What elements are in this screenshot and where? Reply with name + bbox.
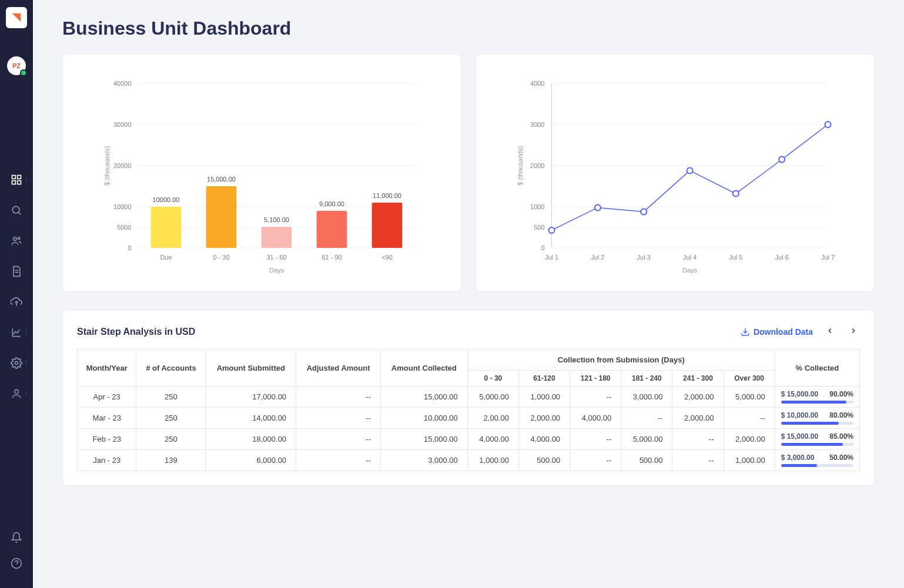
svg-text:$ (thousands): $ (thousands) [517,146,524,185]
svg-rect-0 [12,176,16,179]
table-row: Feb - 2325018,000.00--15,000.004,000.004… [78,429,860,450]
cell-bucket: 1,000.00 [518,387,570,408]
svg-text:$ (thousands): $ (thousands) [103,146,111,185]
svg-rect-1 [18,176,21,179]
cell-bucket: -- [570,429,621,450]
col-accounts: # of Accounts [136,350,206,387]
status-dot [20,69,27,76]
cell-month: Mar - 23 [78,408,136,429]
cell-bucket: 1,000.00 [467,450,518,471]
svg-text:61 - 90: 61 - 90 [322,254,341,261]
svg-rect-41 [372,203,403,248]
svg-text:0: 0 [541,244,544,251]
svg-text:Jul 3: Jul 3 [637,254,651,261]
svg-text:11,000.00: 11,000.00 [373,192,401,199]
stair-step-card: Stair Step Analysis in USD Download Data… [62,310,875,486]
download-button[interactable]: Download Data [741,327,813,337]
page-title: Business Unit Dashboard [62,18,875,39]
cell-bucket: -- [570,450,621,471]
cell-bucket: 5,000.00 [621,429,672,450]
svg-text:2000: 2000 [530,162,544,169]
next-button[interactable] [847,324,860,340]
col-collected: Amount Collected [381,350,468,387]
nav-analytics[interactable]: ⋮ [0,320,33,345]
svg-rect-29 [151,207,182,248]
svg-text:5,100.00: 5,100.00 [264,216,289,223]
bar-chart-card: 050001000020000300004000010000.00Due15,0… [62,53,461,292]
cell-adjusted: -- [296,450,381,471]
svg-text:10000: 10000 [113,203,132,210]
avatar[interactable]: PZ [7,56,26,75]
nav-upload[interactable] [0,289,33,315]
download-icon [741,327,750,337]
cell-pct: $ 15,000.0085.00% [775,429,859,450]
line-chart-card: 05001000200030004000Jul 1Jul 2Jul 3Jul 4… [476,53,875,292]
svg-text:9,000.00: 9,000.00 [319,200,344,207]
cell-bucket: 4,000.00 [570,408,621,429]
svg-text:0: 0 [128,244,131,251]
col-pct: % Collected [775,350,859,387]
svg-text:Jul 2: Jul 2 [591,254,604,261]
more-dots-icon: ⋮ [24,362,29,364]
nav-dashboard[interactable]: ⋮ [0,167,33,193]
svg-text:15,000.00: 15,000.00 [207,176,236,183]
cell-pct: $ 10,000.0080.00% [775,408,859,429]
cell-bucket: 500.00 [621,450,672,471]
svg-rect-35 [262,227,292,248]
bucket-header: 241 - 300 [672,371,724,387]
nav-help[interactable] [0,550,33,576]
svg-text:0 - 30: 0 - 30 [213,254,229,261]
cell-month: Jan - 23 [78,450,136,471]
cell-month: Feb - 23 [78,429,136,450]
cell-bucket: 2,000.00 [518,408,570,429]
app-logo[interactable] [6,7,27,28]
cell-month: Apr - 23 [78,387,136,408]
main-content: Business Unit Dashboard 0500010000200003… [33,0,904,588]
more-dots-icon: ⋮ [24,331,29,334]
cell-submitted: 18,000.00 [206,429,296,450]
nav-profile[interactable]: ⋮ [0,381,33,406]
nav-settings[interactable]: ⋮ [0,350,33,376]
svg-text:Due: Due [160,254,172,261]
nav-users[interactable] [0,228,33,254]
stair-table: Month/Year # of Accounts Amount Submitte… [77,349,860,471]
more-dots-icon: ⋮ [24,179,29,181]
nav-notifications[interactable] [0,525,33,550]
prev-button[interactable] [823,324,836,340]
svg-point-71 [825,122,831,127]
cell-pct: $ 3,000.0050.00% [775,450,859,471]
cell-pct: $ 15,000.0090.00% [775,387,859,408]
cell-adjusted: -- [296,387,381,408]
cell-adjusted: -- [296,408,381,429]
bucket-header: 181 - 240 [621,371,672,387]
table-row: Apr - 2325017,000.00--15,000.005,000.001… [78,387,860,408]
svg-rect-32 [206,186,237,248]
cell-collected: 3,000.00 [381,450,468,471]
svg-point-65 [687,167,693,173]
svg-point-7 [18,237,20,239]
table-title: Stair Step Analysis in USD [77,327,195,337]
svg-point-6 [14,237,16,240]
cell-collected: 10,000.00 [381,408,468,429]
cell-bucket: 4,000.00 [518,429,570,450]
svg-text:Jul 5: Jul 5 [729,254,742,261]
svg-point-14 [15,389,19,394]
cell-bucket: 5,000.00 [724,387,775,408]
svg-text:31 - 60: 31 - 60 [266,254,286,261]
svg-text:10000.00: 10000.00 [153,196,180,203]
cell-bucket: 5,000.00 [467,387,518,408]
cell-bucket: 2,00.00 [467,408,518,429]
nav-document[interactable] [0,258,33,284]
svg-text:Jul 4: Jul 4 [683,254,697,261]
nav-search[interactable] [0,197,33,223]
cell-collected: 15,000.00 [381,387,468,408]
svg-text:3000: 3000 [530,121,544,128]
col-month: Month/Year [78,350,136,387]
cell-accounts: 250 [136,408,206,429]
cell-bucket: 3,000.00 [621,387,672,408]
svg-rect-38 [317,211,347,248]
cell-bucket: 2,000.00 [672,387,724,408]
cell-submitted: 6,000.00 [206,450,296,471]
table-row: Jan - 231396,000.00--3,000.001,000.00500… [78,450,860,471]
svg-text:Jul 1: Jul 1 [545,254,558,261]
